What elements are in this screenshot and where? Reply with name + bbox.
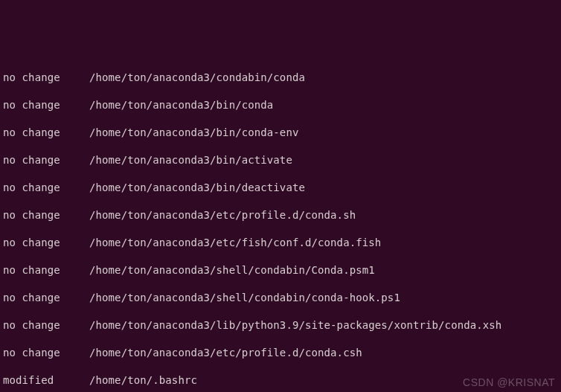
status-row: no change/home/ton/anaconda3/etc/profile… <box>3 208 558 222</box>
status-row: no change/home/ton/anaconda3/bin/conda <box>3 98 558 112</box>
status-row: no change/home/ton/anaconda3/shell/conda… <box>3 263 558 277</box>
status-row: no change/home/ton/anaconda3/bin/deactiv… <box>3 181 558 195</box>
watermark-text: CSDN @KRISNAT <box>463 376 555 390</box>
status-row: no change/home/ton/anaconda3/etc/profile… <box>3 346 558 360</box>
status-row: no change/home/ton/anaconda3/etc/fish/co… <box>3 236 558 250</box>
status-row: no change/home/ton/anaconda3/condabin/co… <box>3 71 558 85</box>
status-row: no change/home/ton/anaconda3/shell/conda… <box>3 291 558 305</box>
status-row: no change/home/ton/anaconda3/bin/activat… <box>3 153 558 167</box>
terminal-output: no change/home/ton/anaconda3/condabin/co… <box>3 57 558 392</box>
status-row: no change/home/ton/anaconda3/bin/conda-e… <box>3 126 558 140</box>
status-row: no change/home/ton/anaconda3/lib/python3… <box>3 318 558 332</box>
